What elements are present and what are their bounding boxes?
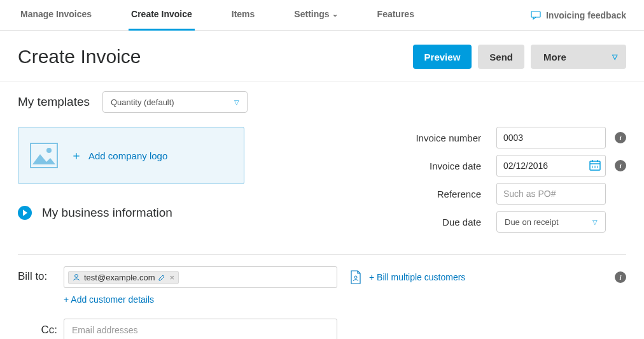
chevron-down-icon: ▽ [592,219,598,226]
info-icon[interactable]: i [615,271,626,283]
chevron-down-icon: ▽ [612,53,617,61]
more-button[interactable]: More ▽ [531,45,626,69]
templates-row: My templates Quantity (default) ▽ [0,82,644,118]
chevron-down-icon: ▽ [234,99,239,106]
bill-multiple-customers-link[interactable]: + Bill multiple customers [369,272,465,282]
add-logo-text: ＋ Add company logo [71,148,167,163]
template-selected: Quantity (default) [111,97,174,107]
picture-icon [30,143,58,168]
template-select[interactable]: Quantity (default) ▽ [102,91,248,113]
svg-rect-0 [531,11,540,17]
reference-label: Reference [437,189,481,199]
svg-point-2 [46,148,52,153]
invoice-number-label: Invoice number [416,133,481,143]
page-title: Create Invoice [18,46,141,68]
tab-settings-label: Settings [294,9,329,19]
more-button-label: More [543,52,566,62]
tab-create-invoice[interactable]: Create Invoice [129,0,195,31]
feedback-icon [531,11,541,20]
add-company-logo-box[interactable]: ＋ Add company logo [18,127,244,184]
edit-icon[interactable] [158,274,165,281]
remove-icon[interactable]: × [169,273,174,282]
preview-button[interactable]: Preview [413,45,472,69]
invoice-date-label: Invoice date [430,161,481,171]
tab-features[interactable]: Features [375,0,417,31]
invoicing-feedback-link[interactable]: Invoicing feedback [531,10,626,20]
add-customer-details-link[interactable]: + Add customer details [64,294,154,305]
reference-input[interactable] [496,183,606,205]
cc-label: Cc: [18,324,64,336]
contacts-icon [349,269,363,285]
business-info-label: My business information [42,206,172,220]
templates-label: My templates [18,95,90,109]
person-icon [73,273,80,281]
info-icon[interactable]: i [615,160,626,171]
calendar-icon[interactable] [589,159,601,171]
due-date-label: Due date [442,217,481,227]
due-date-select[interactable]: Due on receipt ▽ [496,211,606,233]
invoice-number-input[interactable] [496,127,606,148]
bill-to-input[interactable]: test@example.com × [64,266,337,288]
top-tabs: Manage Invoices Create Invoice Items Set… [0,0,644,31]
header-actions: Preview Send More ▽ [413,45,626,69]
plus-icon: ＋ [71,148,82,163]
due-date-selected: Due on receipt [505,217,559,227]
tab-items[interactable]: Items [229,0,258,31]
tab-settings[interactable]: Settings ⌄ [291,0,340,31]
send-button[interactable]: Send [478,45,524,69]
chevron-down-icon: ⌄ [332,10,338,18]
cc-input[interactable] [64,319,337,339]
expand-icon[interactable] [18,206,32,220]
page-header: Create Invoice Preview Send More ▽ [0,31,644,82]
bill-to-label: Bill to: [18,266,64,283]
business-info-toggle[interactable]: My business information [18,206,269,220]
recipient-email: test@example.com [84,273,155,282]
svg-point-10 [75,275,78,278]
recipient-pill: test@example.com × [68,271,179,284]
svg-point-11 [354,276,357,278]
info-icon[interactable]: i [615,132,626,143]
tab-manage-invoices[interactable]: Manage Invoices [18,0,94,31]
feedback-label: Invoicing feedback [546,10,626,20]
